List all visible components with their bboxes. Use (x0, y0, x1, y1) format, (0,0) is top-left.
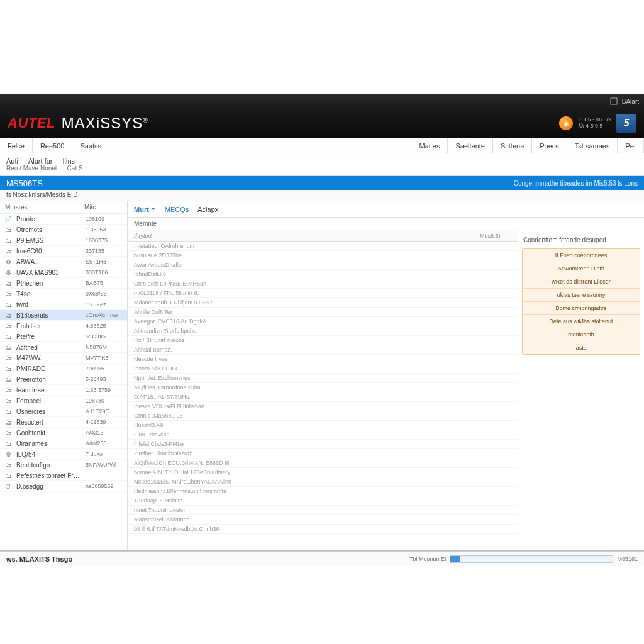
subbar-cats[interactable]: Cat S (67, 165, 83, 172)
sidebar-item[interactable]: 🗂twrd15.52Az (0, 299, 127, 310)
tab-scttena[interactable]: Scttena (493, 138, 532, 153)
grid-row[interactable]: Oitrs d/eh LoPN5E E.MR53n (128, 279, 518, 289)
sidebar-item[interactable]: 🗂M47WW.MV7T.K3 (0, 353, 127, 364)
sidebar-item-icon: 🗂 (4, 472, 13, 479)
sidebar-item[interactable]: ⚙ILQ/547 duxo (0, 449, 127, 460)
sidebar-item-label: Emhitsen (16, 323, 82, 330)
callout-item[interactable]: Aewomtreen Dinth (523, 262, 640, 275)
sidebar-item[interactable]: 🗂Foropecl198780 (0, 396, 127, 406)
grid-row[interactable]: Hednliean f.l.t8/enmrts.on4 nnsmmts (128, 487, 518, 496)
sidebar-item[interactable]: ⚙UAVX MAS903330T106 (0, 267, 127, 278)
grid-row[interactable]: Gmnls .MaS689-L6 (128, 411, 518, 421)
grid-row[interactable]: bomae AIN. T'fI DiLlal 16SeSnuuthiery (128, 468, 518, 477)
sidebar-item[interactable]: 🗂Preerotton5·20493 (0, 374, 127, 385)
grid-row[interactable]: Husahl3.A9 (128, 421, 518, 430)
grid-row[interactable]: Ahlretnrlivn Ti orfs.bpche (128, 326, 518, 336)
sidebar-item[interactable]: 🗂T4se9X68/55 (0, 289, 127, 299)
sidebar-item[interactable]: 🗂PMIRADE708985 (0, 364, 127, 374)
grid-row[interactable]: Ahnile Dul8 Tec. (128, 308, 518, 317)
titlebar-icon (609, 97, 618, 106)
grid-row[interactable]: TAerlaop. 5.Mshtim (128, 496, 518, 506)
sidebar-item-icon: 🗂 (4, 418, 13, 426)
grid-row[interactable]: Awar Avbe/sDrsdle (128, 260, 518, 270)
sidebar-item[interactable]: 🗂P9 EMSS1838375 (0, 235, 127, 246)
sidebar-item[interactable]: 🗂GoohtenktA/4315 (0, 428, 127, 438)
tab-tstsamaes[interactable]: Tst samaes (567, 138, 618, 153)
callout-item[interactable]: wRet ds distront Lilecer (523, 275, 640, 289)
sidebar-item[interactable]: 🗂OsnercresA.I1T29E (0, 406, 127, 417)
grid-row[interactable]: Fl68 Trnsvcnd (128, 430, 518, 440)
grid-row[interactable]: Iosnrn All8 FL-IFC (128, 364, 518, 374)
content-tab-main[interactable]: Murt▼ (134, 206, 156, 213)
callout-item[interactable]: Bome crmonngadtrs (523, 302, 640, 315)
brand-maxisys: MAXiSSYS® (62, 114, 148, 132)
grid-row[interactable]: Zlmfbet ChMtihMlazrdz (128, 449, 518, 458)
sidebar-item[interactable]: ⚙ABWA..S5T1H3 (0, 257, 127, 267)
grid-row[interactable]: htnet Tnodnil fuestim (128, 506, 518, 515)
sidebar-item[interactable]: ⏱D.osedggns5059559 (0, 481, 127, 492)
callout-item[interactable]: asts (523, 341, 640, 354)
grid-row[interactable]: Monsttrosel. Alldmnbb (128, 515, 518, 525)
grid-row[interactable]: Avnegor..CVC516/Ad.DgdkA (128, 317, 518, 326)
subbar-ilins[interactable]: Ilins (62, 157, 75, 165)
callout-item[interactable]: metticheth (523, 328, 640, 341)
sidebar-item[interactable]: 🗂OiranamesAdot265 (0, 438, 127, 449)
tab-rea500[interactable]: Rea500 (33, 138, 73, 153)
grid-row[interactable]: D.AF16...AL S7/6UHs. (128, 392, 518, 402)
grid-row[interactable]: husulsr A.2D335be. (128, 251, 518, 260)
grid-row[interactable]: Nesee16&El5. MAlreGbenYAG8AAilnn (128, 477, 518, 487)
callout-item[interactable]: oklas tesne ssonny (523, 289, 640, 302)
sidebar-item[interactable]: 🗂AcftnedN5876M (0, 342, 127, 353)
grid-row[interactable]: ImetatIed. OAlrohrenom (128, 242, 518, 251)
grid-row[interactable]: m/0L01tl6 / FNL 5lluntrt 6. (128, 289, 518, 298)
subbar-alurtfur[interactable]: Alurt fur (28, 157, 53, 165)
tab-poecs[interactable]: Poecs (532, 138, 567, 153)
sidebar-item-value: 198780 (86, 397, 123, 404)
sidebar[interactable]: Mmsres Mitc 📄Prante108109🗂Otremots1.3805… (0, 201, 128, 550)
grid-row[interactable]: AlQfitles. Ctrnordnae.MIlta (128, 383, 518, 392)
content-tab-adapt[interactable]: Aclapx (197, 206, 218, 213)
sidebar-item[interactable]: 🗂PthezhenBAB75 (0, 278, 127, 289)
breadcrumb: ts Nosziknlsrs/Mesds E D (0, 190, 644, 201)
subbar-reo[interactable]: Reo / Mave Nonet (6, 165, 57, 172)
content-tab-meta[interactable]: MECQs (165, 206, 189, 213)
subbar-auti[interactable]: Auti (6, 157, 18, 165)
tab-pet[interactable]: Pet (618, 138, 644, 153)
sidebar-item[interactable]: 🗂teamtirrse1.33 3759 (0, 385, 127, 396)
callout-item[interactable]: It Foed coeporrinees (523, 249, 640, 262)
sidebar-item[interactable]: 🗂Pefesthes tonraet Frnce (0, 470, 127, 481)
grid-row[interactable]: fhfelal.Cbds3-PMLe (128, 440, 518, 449)
sidebar-item-icon: 🗂 (4, 290, 13, 297)
sidebar-item-value: 108109 (86, 216, 123, 222)
sidebar-item-icon: 🗂 (4, 322, 13, 330)
grid-row[interactable]: blt lll 6.tf TATdmNosdbUn.Onnh36 (128, 525, 518, 534)
sidebar-item-value: A.I1T29E (86, 408, 123, 414)
sidebar-item[interactable]: 📄Prante108109 (0, 214, 127, 225)
grid-row[interactable]: Nescde Illves (128, 355, 518, 364)
sidebar-item-icon: ⏱ (4, 482, 13, 490)
connect-icon[interactable]: ◉ (559, 116, 573, 130)
callout-item[interactable]: Dete aus wiMha stoltenut (523, 315, 640, 328)
tab-saeltente[interactable]: Saeltente (448, 138, 492, 153)
tab-saatss[interactable]: Saatss (72, 138, 109, 153)
grid-row[interactable]: Ahhsal Bomaz. (128, 345, 518, 355)
brand-blue-box[interactable]: 5 (616, 114, 636, 133)
grid-row[interactable]: IdhndDatl.t 6 (128, 270, 518, 279)
sidebar-item[interactable]: 🗂B18bserutscOmAlch.ner (0, 310, 127, 321)
grid-row[interactable]: Mdonet Itanh. FNl.lfjam 9 LEA7 (128, 298, 518, 308)
grid-area[interactable]: Ihrytort Mus6.5) ImetatIed. OAlrohrenomh… (128, 230, 518, 550)
sidebar-item[interactable]: 🗂Ime6C60237155 (0, 246, 127, 257)
sidebar-item-value: cOmAlch.ner (86, 312, 123, 318)
sidebar-item[interactable]: 🗂Ptelfre5:3i30I5 (0, 331, 127, 342)
tab-mates[interactable]: Mat es (411, 138, 448, 153)
sidebar-item[interactable]: 🗂Otremots1.38053 (0, 225, 127, 235)
grid-row[interactable]: IIlz / Stlruttirl ihalobs (128, 336, 518, 345)
grid-row[interactable]: AlQtfhleLtCh EOU.DihMAN. E866D I8 (128, 458, 518, 468)
sidebar-item-label: Resuctert (16, 419, 82, 426)
grid-row[interactable]: Ioesita VOUts/Fl.Fl flnfiehart (128, 402, 518, 411)
sidebar-item[interactable]: 🗂Emhitsen4.56525 (0, 321, 127, 331)
sidebar-item[interactable]: 🗂Resuctert4·12639 (0, 417, 127, 428)
grid-row[interactable]: Npontlet. Exdllumsnes (128, 374, 518, 383)
sidebar-item[interactable]: 🗂Bentdcaftgo5NF/WUP/rl (0, 460, 127, 470)
tab-felce[interactable]: Felce (0, 138, 33, 153)
